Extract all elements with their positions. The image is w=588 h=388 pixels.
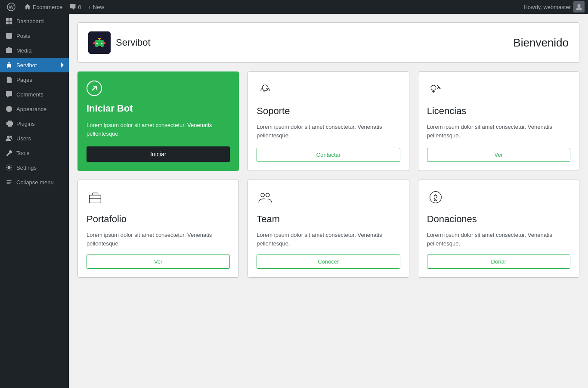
sidebar-item-settings[interactable]: Settings	[0, 160, 69, 175]
welcome-card: Servibot Bienvenido	[77, 22, 579, 63]
brand-section: Servibot	[88, 31, 151, 54]
svg-point-22	[96, 43, 98, 44]
licencias-icon	[427, 81, 570, 99]
card-licencias: Licencias Lorem ipsum dolor sit amet con…	[418, 71, 579, 171]
sidebar-item-plugins[interactable]: Plugins	[0, 116, 69, 131]
svg-point-28	[431, 85, 436, 90]
site-name-label: Ecommerce	[33, 4, 62, 10]
card-licencias-title: Licencias	[427, 106, 570, 117]
donaciones-icon	[427, 189, 570, 208]
brand-name-label: Servibot	[116, 37, 151, 48]
svg-point-23	[101, 43, 102, 44]
card-licencias-desc: Lorem ipsum dolor sit amet consectetur. …	[427, 123, 570, 141]
card-soporte: Soporte Lorem ipsum dolor sit amet conse…	[248, 71, 409, 171]
portafolio-icon	[87, 189, 230, 208]
sidebar-item-comments[interactable]: Comments	[0, 87, 69, 102]
card-team-title: Team	[257, 214, 400, 225]
sidebar-item-posts[interactable]: Posts	[0, 28, 69, 43]
svg-rect-24	[98, 46, 101, 47]
conocer-button[interactable]: Conocer	[257, 255, 400, 269]
card-iniciar-title: Iniciar Bot	[87, 103, 230, 114]
sidebar-collapse[interactable]: Collapse menu	[0, 175, 69, 189]
card-portafolio-title: Portafolio	[87, 214, 230, 225]
topbar-new[interactable]: + New	[85, 0, 108, 14]
donar-button[interactable]: Donar	[427, 255, 570, 269]
wp-logo[interactable]: W	[3, 0, 19, 14]
user-avatar[interactable]	[573, 1, 585, 12]
card-portafolio-desc: Lorem ipsum dolor sit amet consectetur. …	[87, 231, 230, 248]
svg-point-29	[261, 193, 264, 197]
sidebar-item-servibot[interactable]: Servibot	[0, 58, 69, 72]
cards-grid: Iniciar Bot Lorem ipsum dolor sit amet c…	[77, 71, 579, 278]
sidebar-item-dashboard[interactable]: Dashboard	[0, 14, 69, 28]
svg-rect-4	[9, 18, 12, 21]
svg-point-17	[7, 136, 9, 138]
card-team: Team Lorem ipsum dolor sit amet consecte…	[248, 180, 409, 278]
topbar-howdy: Howdy, webmaster	[523, 1, 585, 12]
card-team-desc: Lorem ipsum dolor sit amet consectetur. …	[257, 231, 400, 248]
contactar-button[interactable]: Contactar	[257, 148, 400, 162]
svg-rect-5	[6, 22, 9, 24]
svg-text:W: W	[9, 4, 14, 10]
brand-logo	[88, 31, 111, 54]
topbar-comments[interactable]: 0	[66, 0, 84, 14]
main-content: Servibot Bienvenido Iniciar Bot Lorem ip…	[69, 14, 588, 388]
card-portafolio: Portafolio Lorem ipsum dolor sit amet co…	[77, 180, 239, 278]
svg-point-15	[9, 65, 10, 66]
card-donaciones-desc: Lorem ipsum dolor sit amet consectetur. …	[427, 231, 570, 248]
svg-rect-26	[104, 42, 105, 44]
svg-point-31	[430, 192, 441, 203]
svg-point-30	[266, 193, 269, 197]
svg-rect-25	[93, 42, 95, 44]
svg-rect-3	[6, 18, 9, 21]
iniciar-button[interactable]: Iniciar	[87, 146, 230, 162]
svg-point-18	[10, 136, 12, 138]
card-iniciar-desc: Lorem ipsum dolor sit amet consectetur. …	[87, 121, 230, 138]
sidebar-item-appearance[interactable]: Appearance	[0, 102, 69, 116]
topbar-home[interactable]: Ecommerce	[21, 0, 66, 14]
topbar: W Ecommerce 0 + New Howdy, webmaster	[0, 0, 588, 14]
card-soporte-desc: Lorem ipsum dolor sit amet consectetur. …	[257, 123, 400, 141]
sidebar-item-media[interactable]: Media	[0, 43, 69, 58]
sidebar-item-users[interactable]: Users	[0, 131, 69, 146]
card-donaciones-title: Donaciones	[427, 214, 570, 225]
comments-count: 0	[78, 4, 81, 10]
ver-portafolio-button[interactable]: Ver	[87, 255, 230, 269]
svg-point-19	[8, 166, 10, 168]
welcome-greeting: Bienvenido	[513, 36, 569, 50]
svg-rect-6	[9, 22, 12, 24]
card-donaciones: Donaciones Lorem ipsum dolor sit amet co…	[418, 180, 579, 278]
card-iniciar-bot: Iniciar Bot Lorem ipsum dolor sit amet c…	[77, 71, 239, 171]
active-arrow-icon	[61, 62, 64, 68]
card-soporte-title: Soporte	[257, 106, 400, 117]
svg-point-12	[8, 50, 10, 52]
ver-licencias-button[interactable]: Ver	[427, 148, 570, 162]
soporte-icon	[257, 81, 400, 99]
svg-point-2	[577, 4, 580, 7]
sidebar-item-tools[interactable]: Tools	[0, 146, 69, 160]
svg-point-14	[8, 65, 9, 66]
sidebar: Dashboard Posts Media Servibot Pages Com…	[0, 14, 69, 388]
arrow-link-icon	[87, 81, 102, 96]
sidebar-item-pages[interactable]: Pages	[0, 72, 69, 87]
team-icon	[257, 189, 400, 208]
